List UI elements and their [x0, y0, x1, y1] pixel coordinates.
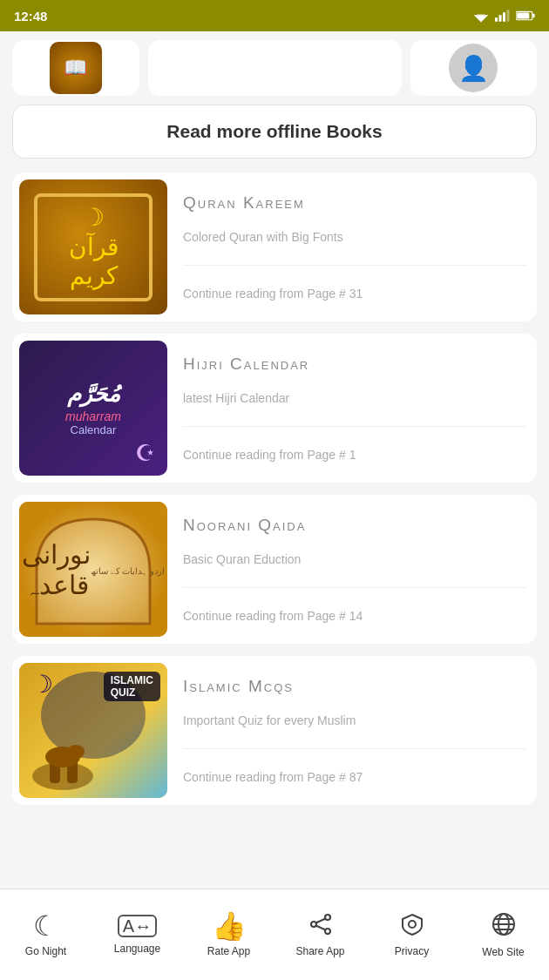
svg-rect-4 [503, 12, 505, 22]
share-icon [308, 912, 333, 940]
battery-icon [516, 10, 535, 22]
partial-card-left: 📖 [12, 40, 139, 96]
nav-privacy-label: Privacy [395, 945, 429, 957]
hijri-title: Hijri Calendar [183, 355, 526, 374]
book-card-quran[interactable]: ☽قرآنكريم Quran Kareem Colored Quran wit… [12, 172, 537, 321]
nav-rate-app[interactable]: 👍 Rate App [183, 889, 274, 980]
main-content: 📖 👤 Read more offline Books ☽قرآنكريم Qu… [0, 31, 549, 922]
svg-point-23 [409, 921, 416, 928]
partial-card-mid [148, 40, 402, 96]
nav-share-label: Share App [295, 945, 344, 957]
nav-website-label: Web Site [482, 946, 524, 958]
status-bar: 12:48 [0, 0, 549, 31]
wifi-icon [472, 9, 490, 23]
hijri-info: Hijri Calendar latest Hijri Calendar Con… [180, 341, 530, 476]
nav-privacy[interactable]: Privacy [366, 889, 458, 980]
svg-line-22 [315, 926, 325, 930]
nav-share-app[interactable]: Share App [274, 889, 366, 980]
svg-point-20 [325, 929, 330, 934]
nav-night-label: Go Night [25, 945, 66, 957]
bottom-nav: ☾ Go Night A↔ Language 👍 Rate App Share … [0, 889, 549, 980]
quran-page: Continue reading from Page # 31 [183, 287, 526, 301]
noorani-subtitle: Basic Quran Eduction [183, 552, 526, 566]
partial-card-right: 👤 [410, 40, 538, 96]
quran-subtitle: Colored Quran with Big Fonts [183, 230, 526, 244]
islamic-icon: ☽ ISLAMICQUIZ [19, 663, 167, 798]
svg-point-19 [311, 922, 316, 927]
noorani-info: Noorani Qaida Basic Quran Eduction Conti… [180, 502, 530, 637]
book-card-hijri[interactable]: مُحَرَّم muharram Calendar ☪ Hijri Calen… [12, 334, 537, 483]
svg-text:☽: ☽ [31, 671, 53, 698]
quran-icon: ☽قرآنكريم [19, 179, 167, 314]
nav-language[interactable]: A↔ Language [92, 889, 183, 980]
svg-rect-8 [517, 12, 529, 18]
book-card-noorani[interactable]: نورانیقاعدہ اردو ہدایات کے ساتھ Noorani … [12, 495, 537, 644]
noorani-title: Noorani Qaida [183, 516, 526, 535]
svg-rect-3 [499, 15, 502, 22]
language-icon: A↔ [118, 915, 157, 937]
quran-info: Quran Kareem Colored Quran with Big Font… [180, 179, 530, 314]
islamic-info: Islamic Mcqs Important Quiz for every Mu… [180, 663, 530, 798]
hijri-icon: مُحَرَّم muharram Calendar ☪ [19, 341, 167, 476]
nav-rate-label: Rate App [207, 945, 250, 957]
nav-language-label: Language [114, 943, 160, 955]
noorani-page: Continue reading from Page # 14 [183, 609, 526, 623]
rate-icon: 👍 [212, 912, 247, 940]
nav-go-night[interactable]: ☾ Go Night [0, 889, 92, 980]
night-icon: ☾ [33, 912, 58, 940]
website-icon [491, 911, 517, 941]
islamic-title: Islamic Mcqs [183, 677, 526, 696]
islamic-subtitle: Important Quiz for every Muslim [183, 713, 526, 727]
privacy-icon [400, 912, 424, 940]
svg-rect-2 [495, 17, 498, 22]
svg-point-16 [67, 745, 85, 759]
status-icons [472, 9, 535, 23]
book-card-islamic[interactable]: ☽ ISLAMICQUIZ Islamic Mcqs Important Qui… [12, 656, 537, 805]
svg-point-18 [325, 915, 330, 920]
hijri-subtitle: latest Hijri Calendar [183, 391, 526, 405]
top-partial-row: 📖 👤 [12, 40, 537, 96]
read-more-button[interactable]: Read more offline Books [12, 105, 537, 159]
quran-title: Quran Kareem [183, 193, 526, 213]
islamic-page: Continue reading from Page # 87 [183, 770, 526, 784]
hijri-page: Continue reading from Page # 1 [183, 448, 526, 462]
status-time: 12:48 [14, 9, 47, 24]
svg-line-21 [315, 919, 325, 923]
noorani-icon: نورانیقاعدہ اردو ہدایات کے ساتھ [19, 502, 167, 637]
signal-icon [495, 9, 511, 23]
nav-web-site[interactable]: Web Site [458, 889, 549, 980]
svg-rect-7 [532, 14, 534, 18]
svg-rect-5 [507, 10, 510, 22]
